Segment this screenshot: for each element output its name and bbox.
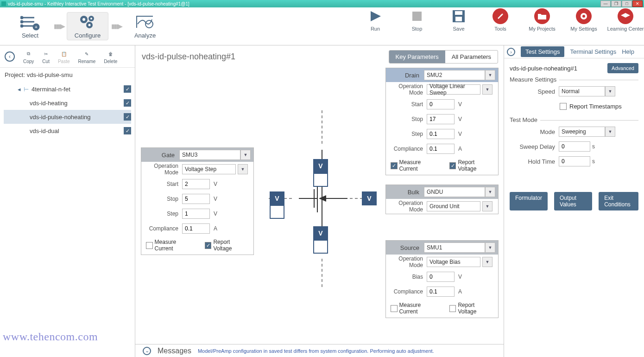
dropdown-icon[interactable]: ▼	[238, 164, 248, 174]
ribbon: + Select ▮▮▮▶ Configure ▮▮▮▶ Analyze Run…	[0, 7, 644, 45]
source-smu-select[interactable]: SMU1	[424, 242, 485, 253]
tree-check[interactable]: ✓	[124, 127, 131, 134]
dropdown-icon[interactable]: ▼	[240, 150, 251, 160]
my-settings-button[interactable]: My Settings	[570, 8, 598, 32]
drain-compliance-input[interactable]	[427, 144, 455, 154]
select-icon: +	[20, 13, 40, 31]
back-button[interactable]: ‹	[5, 51, 15, 62]
drain-report-voltage-check[interactable]: ✓	[449, 162, 456, 169]
test-settings-tab[interactable]: Test Settings	[521, 46, 564, 57]
copy-icon: ⧉	[27, 49, 30, 59]
svg-rect-19	[455, 17, 462, 21]
delete-button[interactable]: 🗑Delete	[104, 49, 117, 64]
source-bias-input[interactable]	[427, 272, 455, 282]
copy-button[interactable]: ⧉Copy	[23, 49, 34, 64]
tree-check[interactable]: ✓	[124, 113, 131, 121]
all-params-tab[interactable]: All Parameters	[445, 51, 498, 63]
expand-messages-icon[interactable]: ⌄	[143, 347, 151, 355]
cut-button[interactable]: ✂Cut	[42, 49, 50, 64]
folder-icon	[534, 8, 550, 24]
drain-stop-input[interactable]	[427, 114, 455, 124]
project-tree-pane: ‹ ⧉Copy ✂Cut 📋Paste ✎Rename 🗑Delete Proj…	[0, 45, 135, 357]
analyze-step[interactable]: Analyze	[124, 13, 166, 39]
dropdown-icon[interactable]: ▼	[482, 257, 492, 267]
select-step[interactable]: + Select	[9, 13, 51, 39]
key-params-tab[interactable]: Key Parameters	[389, 51, 445, 63]
advanced-button[interactable]: Advanced	[607, 63, 638, 73]
close-button[interactable]: ✕	[632, 0, 643, 7]
voltage-icon: V	[313, 226, 328, 240]
gate-step-input[interactable]	[182, 209, 210, 219]
report-timestamps-check[interactable]	[560, 103, 567, 110]
svg-point-12	[90, 18, 92, 19]
svg-point-21	[582, 15, 585, 18]
configure-step[interactable]: Configure	[67, 12, 108, 40]
dropdown-icon[interactable]: ▼	[485, 242, 495, 253]
drain-smu-select[interactable]: SMU2	[424, 70, 485, 80]
dropdown-icon[interactable]: ▼	[605, 86, 615, 96]
gate-start-input[interactable]	[182, 179, 210, 189]
gate-report-voltage-check[interactable]: ✓	[205, 242, 212, 249]
forward-button[interactable]: ›	[507, 48, 515, 56]
messages-text: Model/PreAmp configuration in saved test…	[198, 348, 434, 354]
output-values-button[interactable]: Output Values	[554, 192, 592, 210]
source-report-voltage-check[interactable]	[449, 305, 456, 312]
param-toggle: Key Parameters All Parameters	[389, 50, 498, 64]
tree-test-0[interactable]: vds-id-heating ✓	[4, 96, 131, 110]
speed-select[interactable]: Normal	[559, 86, 605, 96]
title-bar: vds-id-pulse-smu - Keithley Interactive …	[0, 0, 644, 7]
formulator-button[interactable]: Formulator	[510, 192, 548, 210]
drain-step-input[interactable]	[427, 129, 455, 139]
svg-point-11	[82, 18, 85, 21]
hold-time-input[interactable]	[559, 156, 590, 166]
restore-button[interactable]: ❐	[611, 0, 621, 7]
run-button[interactable]: Run	[361, 8, 389, 32]
drain-measure-current-check[interactable]: ✓	[391, 162, 398, 169]
maximize-button[interactable]: □	[622, 0, 632, 7]
messages-label: Messages	[158, 347, 191, 355]
source-compliance-input[interactable]	[427, 287, 455, 297]
gate-smu-select[interactable]: SMU3	[179, 150, 240, 160]
terminal-settings-tab[interactable]: Terminal Settings	[570, 48, 616, 55]
gate-compliance-input[interactable]	[182, 223, 210, 234]
transistor-icon: ⊢	[24, 86, 29, 93]
tree-test-2[interactable]: vds-id-dual ✓	[4, 124, 131, 138]
drain-opmode[interactable]: Voltage Linear Sweep	[427, 84, 480, 95]
mode-select[interactable]: Sweeping	[559, 127, 605, 137]
messages-bar: ⌄ Messages Model/PreAmp configuration in…	[135, 344, 504, 357]
rename-button[interactable]: ✎Rename	[78, 49, 96, 64]
gate-stop-input[interactable]	[182, 194, 210, 204]
drain-start-input[interactable]	[427, 99, 455, 109]
voltage-icon: V	[313, 159, 328, 173]
graduation-icon	[618, 8, 633, 24]
tree-test-1[interactable]: vds-id-pulse-noheating ✓	[4, 110, 131, 124]
dropdown-icon[interactable]: ▼	[485, 187, 495, 197]
bulk-panel: BulkGNDU▼ Operation ModeGround Unit▼	[385, 185, 499, 214]
help-tab[interactable]: Help	[622, 48, 634, 55]
dropdown-icon[interactable]: ▼	[485, 70, 495, 80]
dropdown-icon[interactable]: ▼	[482, 84, 492, 95]
tree-device[interactable]: ◂ ⊢ 4terminal-n-fet ✓	[4, 82, 131, 96]
minimize-button[interactable]: —	[600, 0, 611, 7]
source-panel: SourceSMU1▼ Operation ModeVoltage Bias▼ …	[385, 240, 499, 318]
stop-button[interactable]: Stop	[403, 8, 431, 32]
dropdown-icon[interactable]: ▼	[482, 201, 492, 211]
dropdown-icon[interactable]: ▼	[605, 127, 615, 137]
analyze-icon	[135, 13, 155, 31]
bulk-opmode[interactable]: Ground Unit	[427, 201, 480, 211]
gate-opmode[interactable]: Voltage Step	[182, 164, 236, 174]
source-measure-current-check[interactable]	[391, 305, 398, 312]
tree-check[interactable]: ✓	[124, 99, 131, 107]
sweep-delay-input[interactable]	[559, 141, 590, 152]
save-button[interactable]: Save	[445, 8, 473, 32]
voltage-step-icon: V	[270, 191, 284, 205]
gate-measure-current-check[interactable]	[146, 242, 153, 249]
tree-check[interactable]: ✓	[124, 85, 131, 93]
my-projects-button[interactable]: My Projects	[528, 8, 556, 32]
svg-point-5	[21, 25, 23, 27]
learning-center-button[interactable]: Learning Center	[612, 8, 639, 32]
exit-conditions-button[interactable]: Exit Conditions	[599, 192, 638, 210]
bulk-smu-select[interactable]: GNDU	[424, 187, 485, 197]
tools-button[interactable]: Tools	[486, 8, 514, 32]
source-opmode[interactable]: Voltage Bias	[427, 257, 480, 267]
